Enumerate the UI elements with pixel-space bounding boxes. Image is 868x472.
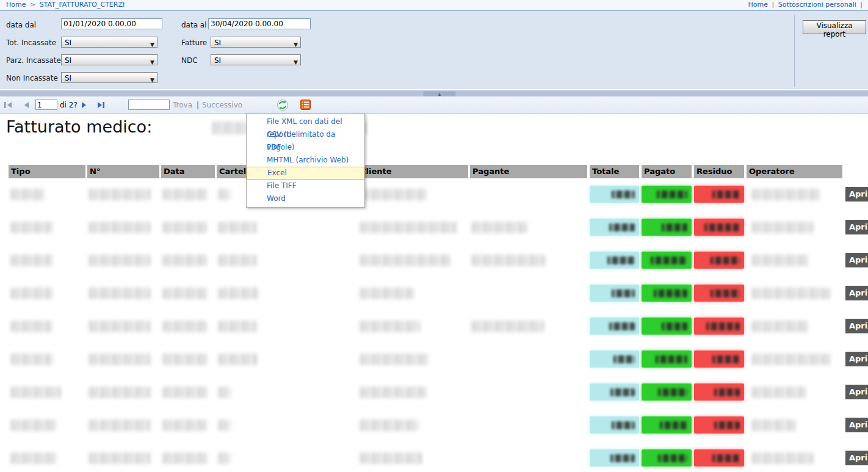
- residuo-value-redacted: [711, 256, 740, 264]
- ndc-select[interactable]: SI ▼: [211, 54, 301, 65]
- parz-incassate-label: Parz. Incassate: [6, 56, 61, 65]
- next-page-icon: [81, 101, 88, 109]
- chevron-down-icon: ▼: [150, 39, 154, 50]
- apri-button[interactable]: Apri F: [845, 187, 868, 202]
- apri-button[interactable]: Apri F: [845, 385, 868, 399]
- cartella-cell-redacted: [219, 189, 231, 200]
- apri-button[interactable]: Apri F: [845, 418, 868, 432]
- last-page-button[interactable]: [96, 96, 106, 113]
- data-feed-icon: [300, 100, 311, 110]
- find-separator: |: [197, 96, 199, 113]
- totale-value-cell: [590, 416, 639, 434]
- data-cell-redacted: [163, 189, 207, 200]
- residuo-value-redacted: [711, 289, 740, 297]
- refresh-button[interactable]: [277, 96, 289, 113]
- table-row: Apri F: [0, 214, 868, 247]
- totale-value-redacted: [610, 454, 635, 462]
- totale-value-redacted: [609, 322, 635, 330]
- current-page-input[interactable]: [35, 100, 57, 110]
- export-menu-item-6[interactable]: Word: [247, 192, 364, 205]
- cliente-cell-redacted: [360, 288, 414, 299]
- export-menu-item-2[interactable]: PDF: [247, 141, 364, 154]
- tot-incassate-select[interactable]: SI ▼: [61, 37, 157, 48]
- pagato-value-redacted: [656, 355, 687, 363]
- refresh-icon: [277, 99, 289, 111]
- non-incassate-select[interactable]: SI ▼: [61, 72, 157, 83]
- last-page-icon: [96, 101, 106, 109]
- fatture-select[interactable]: SI ▼: [211, 37, 301, 48]
- operatore-cell-redacted: [752, 354, 830, 365]
- cartella-cell-redacted: [219, 354, 258, 365]
- apri-button[interactable]: Apri F: [845, 253, 868, 267]
- table-row: Apri F: [0, 181, 868, 214]
- totale-value-cell: [590, 252, 639, 269]
- pagato-value-cell: [642, 350, 692, 368]
- residuo-value-redacted: [714, 388, 740, 396]
- cliente-cell-redacted: [360, 354, 429, 365]
- previous-page-icon: [23, 101, 30, 109]
- first-page-button[interactable]: [4, 96, 13, 113]
- previous-page-button[interactable]: [23, 96, 30, 113]
- chevron-down-icon: ▼: [294, 57, 298, 68]
- data-dal-input[interactable]: [61, 18, 162, 29]
- data-al-input[interactable]: [208, 18, 311, 29]
- cartella-cell-redacted: [219, 419, 231, 431]
- table-row: Apri F: [0, 379, 868, 412]
- n-cell-redacted: [89, 419, 150, 431]
- chevron-down-icon: ▼: [150, 74, 154, 85]
- export-menu-item-3[interactable]: MHTML (archivio Web): [247, 154, 364, 167]
- tipo-cell-redacted: [11, 321, 52, 332]
- apri-button[interactable]: Apri F: [845, 451, 868, 465]
- n-cell-redacted: [89, 452, 150, 464]
- find-link[interactable]: Trova: [173, 96, 192, 113]
- pagato-value-cell: [642, 285, 692, 302]
- data-al-label: data al: [181, 21, 207, 29]
- totale-value-redacted: [612, 191, 635, 198]
- find-next-link[interactable]: Successivo: [202, 96, 242, 113]
- residuo-value-redacted: [712, 355, 740, 363]
- subscriptions-link[interactable]: Sottoscrizioni personali: [778, 1, 856, 9]
- report-viewer-page: Home > STAT_FATTURATO_CTERZI Home | Sott…: [0, 0, 868, 472]
- breadcrumb-home-link[interactable]: Home: [6, 1, 26, 9]
- table-row: Apri F: [0, 313, 868, 346]
- apri-button[interactable]: Apri F: [845, 286, 868, 300]
- apri-button[interactable]: Apri F: [845, 319, 868, 333]
- apri-button[interactable]: Apri F: [845, 352, 868, 366]
- pagato-value-redacted: [658, 454, 687, 462]
- table-row: Apri F: [0, 247, 868, 280]
- cliente-cell-redacted: [360, 222, 457, 233]
- tipo-cell-redacted: [11, 419, 57, 431]
- data-cell-redacted: [163, 354, 207, 365]
- residuo-value-cell: [694, 219, 744, 236]
- export-menu-item-0[interactable]: File XML con dati del report: [247, 115, 364, 128]
- view-report-button[interactable]: Visualizza report: [803, 20, 866, 34]
- data-dal-label: data dal: [6, 21, 36, 29]
- next-page-button[interactable]: [81, 96, 88, 113]
- column-header-totale: Totale: [590, 165, 639, 178]
- pagato-value-redacted: [654, 289, 687, 297]
- home-link[interactable]: Home: [748, 1, 768, 9]
- parz-incassate-select[interactable]: SI ▼: [61, 54, 157, 65]
- column-header-cliente: Cliente: [358, 165, 468, 178]
- totale-value-cell: [590, 285, 639, 302]
- export-menu-item-4[interactable]: Excel: [247, 167, 364, 180]
- data-cell-redacted: [163, 452, 207, 464]
- export-menu-item-5[interactable]: File TIFF: [247, 180, 364, 192]
- pagato-value-redacted: [662, 322, 687, 330]
- top-links: Home | Sottoscrizioni personali |: [748, 0, 865, 10]
- data-feed-button[interactable]: [300, 96, 311, 113]
- column-header-pagante: Pagante: [470, 165, 587, 178]
- cartella-cell-redacted: [219, 452, 231, 464]
- find-text-input[interactable]: [128, 100, 170, 110]
- tipo-cell-redacted: [11, 255, 52, 266]
- residuo-value-redacted: [712, 454, 740, 462]
- residuo-value-cell: [694, 449, 744, 467]
- table-row: Apri F: [0, 280, 868, 313]
- cartella-cell-redacted: [219, 288, 259, 299]
- export-menu-item-1[interactable]: CSV (delimitato da virgole): [247, 128, 364, 141]
- tipo-cell-redacted: [11, 288, 52, 299]
- apri-button[interactable]: Apri F: [845, 220, 868, 234]
- breadcrumb-current[interactable]: STAT_FATTURATO_CTERZI: [40, 1, 125, 9]
- column-header-data: Data: [161, 165, 215, 178]
- tipo-cell-redacted: [11, 452, 57, 464]
